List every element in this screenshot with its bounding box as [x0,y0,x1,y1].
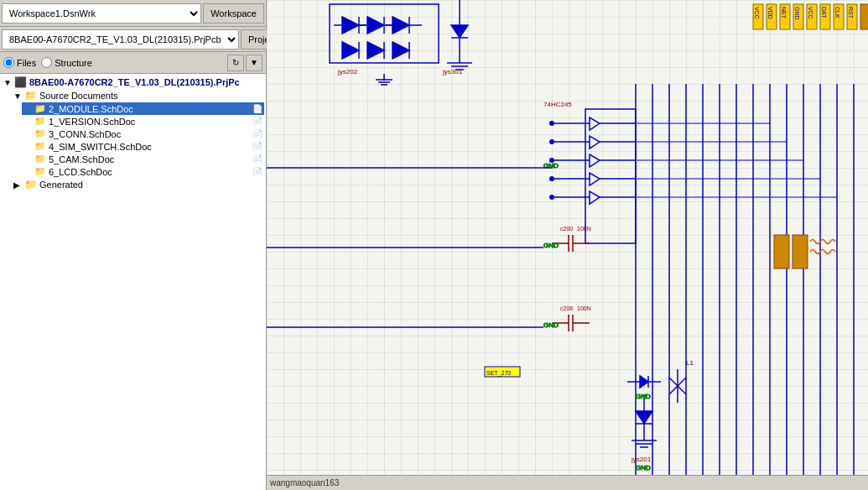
svg-point-125 [549,121,554,126]
svg-marker-5 [367,17,384,34]
project-root-label: 8BAE00-A7670CR2_TE_V1.03_DL(210315).PrjP… [29,77,240,87]
left-panel: Workspace1.DsnWrk Workspace 8BAE00-A7670… [0,0,267,490]
svg-point-127 [549,158,554,163]
workspace-toolbar: Workspace1.DsnWrk Workspace [0,0,266,27]
svg-marker-110 [640,376,648,388]
source-docs-folder[interactable]: ▼ 📁 Source Documents [12,89,264,102]
workspace-button[interactable]: Workspace [203,3,264,23]
svg-text:c208: c208 [560,305,573,311]
svg-text:GND: GND [794,7,800,20]
project-dropdown[interactable]: 8BAE00-A7670CR2_TE_V1.03_DL(210315).PrjP… [2,29,239,50]
status-bar: wangmaoquan163 [267,475,868,490]
schematic-area[interactable]: jys202 jys301 [267,0,868,490]
menu-button[interactable]: ▼ [246,55,262,71]
source-docs-group: ▼ 📁 Source Documents 📁 2_MODULE.SchDoc 📄 [2,89,264,178]
generated-expand: ▶ [13,180,22,190]
tab-files[interactable]: Files [3,57,36,68]
svg-marker-80 [636,411,652,424]
svg-text:VCC: VCC [754,7,760,19]
file-folder-icon-5: 📁 [34,166,46,177]
file-doc-icon-0: 📄 [252,104,262,113]
svg-marker-33 [590,117,600,130]
svg-marker-20 [451,25,468,38]
svg-text:GND: GND [543,321,559,329]
svg-text:SET_270: SET_270 [486,370,511,377]
svg-text:L1: L1 [686,359,694,367]
schematic-svg: jys202 jys301 [267,0,868,490]
file-name-3: 4_SIM_SWITCH.SchDoc [49,142,152,152]
project-icon: ⬛ [14,76,27,88]
tree-root[interactable]: ▼ ⬛ 8BAE00-A7670CR2_TE_V1.03_DL(210315).… [2,76,264,89]
svg-text:DAT: DAT [821,7,827,18]
file-folder-icon-4: 📁 [34,154,46,164]
status-text: wangmaoquan163 [270,478,339,487]
svg-rect-91 [793,235,808,268]
generated-folder[interactable]: ▶ 📁 Generated [12,178,264,191]
file-folder-icon-3: 📁 [34,141,46,152]
file-doc-icon-3: 📄 [252,142,262,151]
svg-point-129 [549,195,554,200]
root-expand-icon: ▼ [3,78,12,87]
svg-marker-13 [342,42,359,59]
file-folder-icon-0: 📁 [34,103,46,114]
svg-text:VDD: VDD [767,7,773,19]
file-doc-icon-5: 📄 [252,167,262,176]
svg-text:GND: GND [636,464,651,472]
source-docs-folder-icon: 📁 [24,90,37,102]
file-item-0[interactable]: 📁 2_MODULE.SchDoc 📄 [22,102,264,115]
svg-rect-90 [774,235,789,268]
file-name-4: 5_CAM.SchDoc [49,154,114,164]
svg-text:RST: RST [848,7,854,19]
file-item-5[interactable]: 📁 6_LCD.SchDoc 📄 [22,165,264,178]
svg-text:NET: NET [781,7,787,19]
workspace-dropdown[interactable]: Workspace1.DsnWrk [2,3,201,23]
tab-icon-group: ↻ ▼ [227,55,262,71]
file-name-1: 1_VERSION.SchDoc [49,117,135,127]
svg-marker-36 [590,173,600,185]
generated-label: Generated [39,180,83,190]
svg-marker-17 [392,42,409,59]
file-folder-icon-1: 📁 [34,116,46,127]
source-docs-expand: ▼ [13,91,22,101]
svg-text:c200: c200 [560,226,573,232]
file-item-1[interactable]: 📁 1_VERSION.SchDoc 📄 [22,115,264,128]
source-docs-label: Source Documents [39,91,118,101]
svg-marker-15 [367,42,384,59]
file-name-2: 3_CONN.SchDoc [49,129,121,139]
file-tree: ▼ ⬛ 8BAE00-A7670CR2_TE_V1.03_DL(210315).… [0,74,266,490]
refresh-button[interactable]: ↻ [227,55,244,71]
svg-text:jys201: jys201 [631,456,652,463]
file-item-4[interactable]: 📁 5_CAM.SchDoc 📄 [22,153,264,165]
file-item-2[interactable]: 📁 3_CONN.SchDoc 📄 [22,128,264,140]
svg-marker-1 [342,17,359,34]
file-folder-icon-2: 📁 [34,128,46,139]
generated-group: ▶ 📁 Generated [2,178,264,191]
svg-marker-37 [590,191,600,204]
svg-marker-9 [392,17,409,34]
file-list: 📁 2_MODULE.SchDoc 📄 📁 1_VERSION.SchDoc 📄… [12,102,264,178]
svg-point-128 [549,176,554,181]
svg-marker-35 [590,154,600,167]
svg-marker-34 [590,136,600,149]
svg-text:jys202: jys202 [337,68,358,76]
svg-rect-32 [585,109,636,243]
svg-text:jys301: jys301 [442,68,463,76]
svg-text:VCC: VCC [808,7,813,19]
svg-rect-100 [860,4,868,29]
file-doc-icon-1: 📄 [252,117,262,126]
file-doc-icon-4: 📄 [252,154,262,164]
file-doc-icon-2: 📄 [252,129,262,138]
tab-structure[interactable]: Structure [41,57,92,68]
svg-point-126 [549,139,554,144]
svg-text:100N: 100N [577,305,591,311]
file-name-0: 2_MODULE.SchDoc [49,104,133,114]
panel-tabs: Files Structure ↻ ▼ [0,52,266,74]
file-name-5: 6_LCD.SchDoc [49,167,112,177]
generated-folder-icon: 📁 [24,179,37,190]
svg-text:CLK: CLK [834,7,840,18]
svg-text:100N: 100N [577,226,591,232]
svg-text:GND: GND [636,393,651,400]
file-item-3[interactable]: 📁 4_SIM_SWITCH.SchDoc 📄 [22,140,264,153]
project-toolbar: 8BAE00-A7670CR2_TE_V1.03_DL(210315).PrjP… [0,27,266,52]
svg-text:GND: GND [543,242,559,249]
